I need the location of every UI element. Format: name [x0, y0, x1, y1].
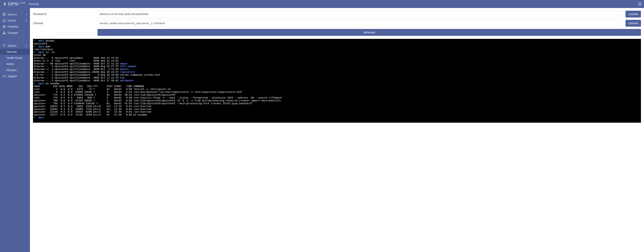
sidebar-label: Produkte	[8, 25, 18, 28]
svg-rect-0	[638, 2, 640, 3]
sidebar-sub-health-check[interactable]: Health Check	[0, 55, 30, 61]
sidebar-sub-modules[interactable]: Modules	[0, 67, 30, 73]
svg-rect-1	[640, 2, 641, 3]
delete-terminal-id-button[interactable]: Löschen	[626, 11, 641, 17]
page-title: Terminal	[28, 2, 39, 5]
terminal-output[interactable]: ➜ opsi whoamiopsiconfd➜ opsi pwd/var/lib…	[33, 39, 641, 123]
delete-channel-button[interactable]: Löschen	[626, 20, 641, 27]
sidebar-item-groups[interactable]: Gruppen	[0, 30, 30, 36]
sidebar-label: System	[8, 44, 16, 47]
brand-version: 4.3.21	[20, 2, 25, 4]
headset-icon	[3, 75, 6, 78]
top-bar: OPSI 4.3.21 Terminal	[0, 0, 644, 8]
brand-name: OPSI	[8, 1, 19, 6]
sidebar-label: Support	[8, 75, 17, 78]
svg-rect-5	[3, 20, 5, 21]
tools-icon	[3, 44, 6, 47]
sidebar-label: Gruppen	[8, 31, 18, 34]
sidebar-sub-admin[interactable]: Admin	[0, 61, 30, 67]
sidebar-item-products[interactable]: Produkte	[0, 24, 30, 30]
chevron-down-icon: ▼	[25, 20, 27, 22]
bee-icon	[3, 2, 7, 6]
sidebar-label: Clients	[8, 19, 16, 22]
sidebar-sub-terminal[interactable]: Terminal	[0, 49, 30, 55]
svg-rect-2	[638, 4, 640, 5]
svg-point-7	[3, 33, 4, 34]
connect-button[interactable]: Verbinden	[98, 29, 641, 36]
terminal-id-label: Terminal ID	[33, 12, 94, 16]
svg-point-4	[3, 13, 5, 14]
sidebar-item-clients[interactable]: Clients ▼	[0, 17, 30, 24]
sitemap-icon	[3, 31, 6, 34]
svg-rect-11	[5, 76, 6, 77]
sidebar-label: Servers	[8, 13, 17, 16]
logo[interactable]: OPSI 4.3.21	[3, 1, 25, 6]
terminal-id-input[interactable]	[98, 11, 622, 17]
main-content: Terminal ID Löschen Channel Löschen Verb…	[30, 8, 644, 252]
sidebar-item-support[interactable]: Support	[0, 73, 30, 79]
svg-point-6	[4, 31, 4, 32]
chevron-down-icon: ▼	[25, 13, 27, 16]
database-icon	[3, 13, 6, 16]
apps-grid-icon[interactable]	[638, 2, 641, 6]
svg-rect-3	[640, 4, 641, 5]
channel-label: Channel	[33, 22, 94, 25]
chevron-down-icon: ▼	[25, 45, 27, 47]
sidebar-item-system[interactable]: System ▼	[0, 43, 30, 49]
channel-input[interactable]	[98, 20, 622, 27]
sidebar-item-servers[interactable]: Servers ▼	[0, 11, 30, 17]
cube-icon	[3, 25, 6, 28]
svg-point-8	[4, 33, 4, 34]
svg-rect-10	[3, 76, 4, 77]
laptop-icon	[3, 19, 6, 22]
sidebar: Servers ▼ Clients ▼ Produkte	[0, 8, 30, 252]
svg-point-9	[5, 33, 6, 34]
